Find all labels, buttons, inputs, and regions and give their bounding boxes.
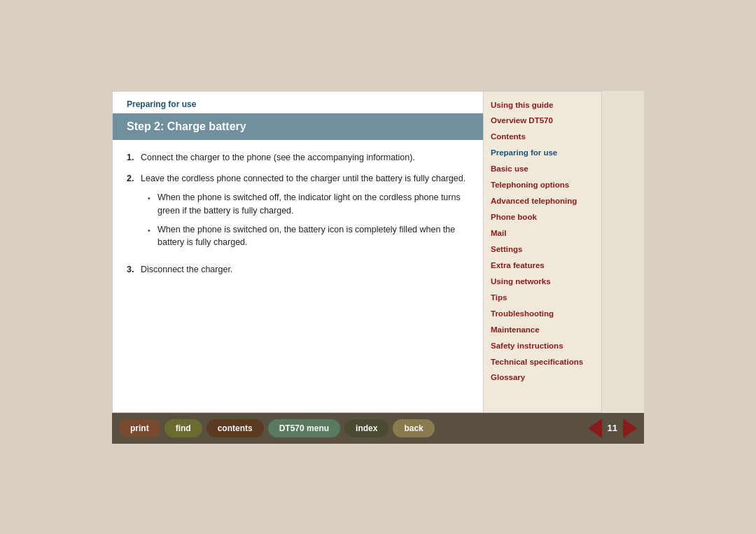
list-content-2: Leave the cordless phone connected to th… bbox=[141, 172, 469, 255]
index-button[interactable]: index bbox=[344, 419, 388, 437]
content-body: 1. Connect the charger to the phone (see… bbox=[113, 151, 483, 299]
breadcrumb: Preparing for use bbox=[113, 92, 483, 113]
prev-page-arrow[interactable] bbox=[588, 419, 602, 438]
sidebar-item-glossary[interactable]: Glossary bbox=[491, 372, 594, 383]
list-num-2: 2. bbox=[127, 172, 141, 255]
back-button[interactable]: back bbox=[393, 419, 434, 437]
list-num-1: 1. bbox=[127, 151, 141, 164]
next-page-arrow[interactable] bbox=[623, 419, 637, 438]
bullet-item: • When the phone is switched off, the in… bbox=[148, 191, 469, 218]
sidebar-item-safety-instructions[interactable]: Safety instructions bbox=[491, 341, 594, 351]
sidebar-item-settings[interactable]: Settings bbox=[491, 244, 594, 255]
list-content-3: Disconnect the charger. bbox=[141, 263, 469, 276]
sidebar-item-basic-use[interactable]: Basic use bbox=[491, 164, 594, 174]
step-header-title: Step 2: Charge battery bbox=[127, 120, 246, 132]
sidebar-item-advanced-telephoning[interactable]: Advanced telephoning bbox=[491, 196, 594, 206]
sidebar-item-tips[interactable]: Tips bbox=[491, 293, 594, 303]
sidebar-item-technical-specifications[interactable]: Technical specifications bbox=[491, 357, 594, 367]
outer-container: Preparing for use Step 2: Charge battery… bbox=[0, 0, 756, 534]
bullet-dot: • bbox=[148, 193, 158, 218]
list-item: 1. Connect the charger to the phone (see… bbox=[127, 151, 469, 164]
find-button[interactable]: find bbox=[164, 419, 202, 437]
sidebar-item-using-this-guide[interactable]: Using this guide bbox=[491, 100, 594, 111]
bullet-text-2: When the phone is switched on, the batte… bbox=[158, 223, 469, 250]
list-num-3: 3. bbox=[127, 263, 141, 276]
sidebar-item-telephoning-options[interactable]: Telephoning options bbox=[491, 180, 594, 190]
bullet-item: • When the phone is switched on, the bat… bbox=[148, 223, 469, 250]
sidebar-item-maintenance[interactable]: Maintenance bbox=[491, 325, 594, 335]
contents-button[interactable]: contents bbox=[206, 419, 264, 437]
instruction-list: 1. Connect the charger to the phone (see… bbox=[127, 151, 469, 276]
main-wrapper: Preparing for use Step 2: Charge battery… bbox=[112, 91, 644, 413]
page-number: 11 bbox=[608, 423, 617, 433]
sidebar-item-preparing[interactable]: Preparing for use bbox=[491, 148, 594, 158]
sidebar-item-using-networks[interactable]: Using networks bbox=[491, 276, 594, 287]
list-item: 3. Disconnect the charger. bbox=[127, 263, 469, 276]
sidebar-item-overview[interactable]: Overview DT570 bbox=[491, 115, 594, 126]
sidebar-item-phone-book[interactable]: Phone book bbox=[491, 212, 594, 223]
breadcrumb-text: Preparing for use bbox=[127, 99, 196, 109]
sidebar-item-extra-features[interactable]: Extra features bbox=[491, 260, 594, 271]
bullet-text-1: When the phone is switched off, the indi… bbox=[158, 191, 469, 218]
content-area: Preparing for use Step 2: Charge battery… bbox=[112, 91, 483, 413]
step-header: Step 2: Charge battery bbox=[113, 113, 483, 140]
sidebar-item-mail[interactable]: Mail bbox=[491, 228, 594, 239]
nav-area: 11 bbox=[588, 419, 637, 438]
sidebar-item-troubleshooting[interactable]: Troubleshooting bbox=[491, 309, 594, 319]
sidebar-item-contents[interactable]: Contents bbox=[491, 132, 594, 142]
toolbar: print find contents DT570 menu index bac… bbox=[112, 413, 644, 444]
list-item: 2. Leave the cordless phone connected to… bbox=[127, 172, 469, 255]
list-content-1: Connect the charger to the phone (see th… bbox=[141, 151, 469, 164]
bullet-list: • When the phone is switched off, the in… bbox=[141, 191, 469, 249]
print-button[interactable]: print bbox=[119, 419, 160, 437]
bullet-dot: • bbox=[148, 225, 158, 250]
dt570-menu-button[interactable]: DT570 menu bbox=[268, 419, 340, 437]
sidebar: Using this guide Overview DT570 Contents… bbox=[483, 91, 602, 413]
